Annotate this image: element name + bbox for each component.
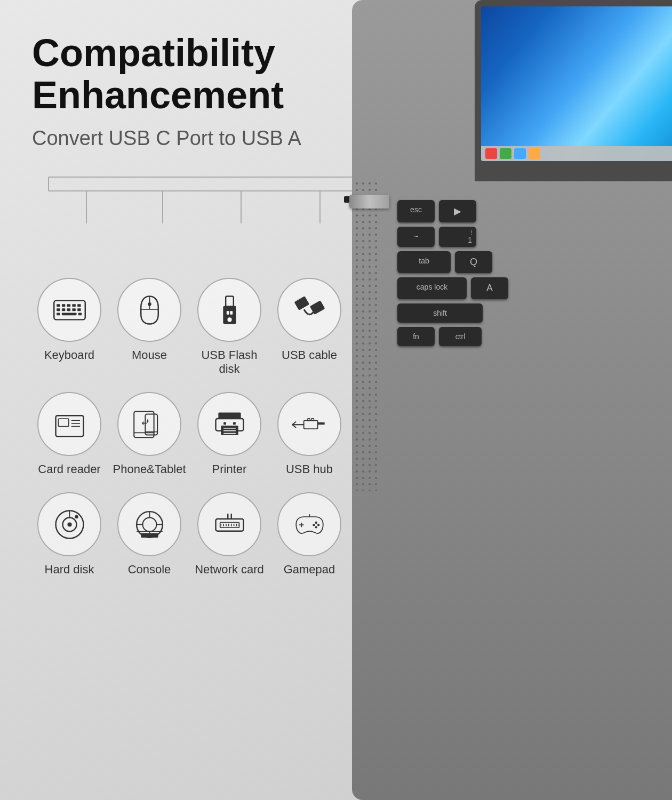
printer-icon [212,407,247,442]
svg-rect-13 [72,308,76,311]
icon-printer: Printer [192,392,267,476]
key-tab[interactable]: tab [397,251,451,273]
laptop-screen-bezel [475,0,672,181]
key-esc[interactable]: esc [397,200,435,222]
icons-grid: Keyboard Mouse [32,278,347,577]
dock-app-1 [485,148,497,159]
svg-rect-50 [307,419,309,421]
left-content: Compatibility Enhancement Convert USB C … [0,0,373,800]
usb-flash-circle [197,278,261,342]
gamepad-label: Gamepad [284,563,335,577]
svg-rect-48 [317,422,324,425]
icon-gamepad: Gamepad [272,492,347,577]
key-play[interactable]: ▶ [439,200,476,222]
key-a[interactable]: A [471,277,508,299]
key-tilde[interactable]: ~ [397,227,435,247]
svg-rect-47 [303,420,317,429]
svg-rect-27 [294,296,309,310]
network-card-circle [197,492,261,556]
keyboard-row-5: shift [397,303,672,323]
svg-rect-81 [355,181,379,491]
hard-disk-circle [37,492,101,556]
keyboard-row-4: caps lock A [397,277,672,299]
mouse-label: Mouse [132,348,167,362]
svg-rect-16 [61,313,76,315]
svg-rect-14 [77,308,81,311]
console-icon [132,507,167,542]
usb-flash-icon [212,293,247,327]
icon-usb-hub: USB hub [272,392,347,476]
svg-point-56 [75,515,78,519]
speaker-dots-svg [355,181,387,501]
phone-tablet-label: Phone&Tablet [113,462,186,476]
keyboard-label: Keyboard [44,348,94,362]
svg-rect-17 [78,313,82,315]
console-circle [117,492,181,556]
svg-rect-51 [311,419,314,421]
keyboard-circle [37,278,101,342]
keyboard-container: esc ▶ ~ ! 1 tab Q ca [389,189,672,357]
icon-keyboard: Keyboard [32,278,107,376]
usb-flash-label: USB Flash disk [192,348,267,376]
svg-rect-15 [57,313,60,315]
network-card-label: Network card [195,563,264,577]
mouse-icon [132,293,167,327]
svg-point-26 [227,317,231,322]
key-capslock[interactable]: caps lock [397,277,467,299]
key-shift[interactable]: shift [397,303,483,323]
svg-point-75 [315,522,317,524]
svg-rect-34 [134,411,154,437]
svg-rect-5 [57,304,60,307]
printer-label: Printer [212,462,247,476]
phone-tablet-icon [132,407,167,442]
speaker-dots-container [355,181,387,501]
card-reader-label: Card reader [38,462,100,476]
usb-cable-icon [292,293,327,327]
keyboard-row-3: tab Q [397,251,672,273]
svg-rect-11 [61,308,65,311]
usb-hub-label: USB hub [286,462,333,476]
key-q[interactable]: Q [455,251,492,273]
phone-tablet-circle [117,392,181,456]
main-container: Compatibility Enhancement Convert USB C … [0,0,672,800]
svg-rect-30 [58,419,69,427]
laptop-chassis: esc ▶ ~ ! 1 tab Q ca [352,0,672,800]
svg-point-20 [148,302,151,306]
card-reader-circle [37,392,101,456]
screen-dock [481,146,672,161]
svg-rect-9 [77,304,81,307]
card-reader-icon [52,407,87,442]
key-ctrl[interactable]: ctrl [439,327,482,346]
right-laptop: esc ▶ ~ ! 1 tab Q ca [341,0,672,800]
svg-point-58 [142,517,156,531]
usb-hub-circle [277,392,341,456]
dock-app-2 [500,148,511,159]
icon-console: Console [112,492,187,577]
connector-diagram [32,177,347,225]
laptop-screen [481,6,672,161]
svg-point-77 [313,524,315,526]
network-card-icon [212,507,247,542]
svg-rect-12 [67,308,70,311]
svg-rect-43 [233,422,236,425]
icon-mouse: Mouse [112,278,187,376]
key-fn[interactable]: fn [397,327,435,346]
dock-app-3 [514,148,526,159]
hard-disk-label: Hard disk [45,563,94,577]
icon-card-reader: Card reader [32,392,107,476]
main-title: Compatibility Enhancement [32,32,347,116]
icon-hard-disk: Hard disk [32,492,107,577]
svg-rect-7 [67,304,70,307]
printer-circle [197,392,261,456]
key-1[interactable]: ! 1 [439,227,476,247]
svg-rect-60 [141,533,158,538]
usb-adapter-body [349,195,389,209]
gamepad-circle [277,492,341,556]
svg-rect-6 [61,304,65,307]
usb-hub-icon [292,407,327,442]
icon-usb-flash: USB Flash disk [192,278,267,376]
svg-point-78 [315,526,317,528]
connector-lines [48,191,363,225]
svg-rect-10 [57,308,60,311]
title-line2: Enhancement [32,74,284,116]
